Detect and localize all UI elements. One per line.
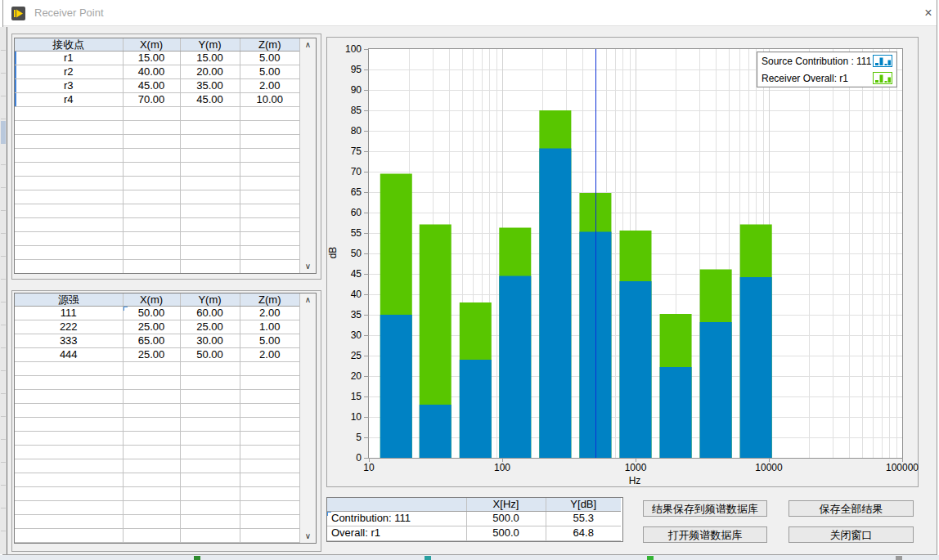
save-to-spectrum-db-button[interactable]: 结果保存到频谱数据库 — [643, 500, 767, 517]
scroll-up-icon[interactable]: ∧ — [300, 38, 316, 52]
table-cell[interactable]: Contribution: 111 — [327, 511, 466, 526]
table-cell — [240, 543, 299, 544]
table-cell — [180, 446, 240, 459]
table-cell — [15, 432, 123, 446]
table-cell — [180, 418, 240, 432]
table-cell[interactable]: 65.00 — [123, 334, 180, 348]
table-cell[interactable]: 222 — [15, 320, 123, 334]
table-cell[interactable]: 25.00 — [123, 320, 180, 334]
table-cell[interactable]: 1.00 — [240, 320, 299, 334]
column-header: Y(m) — [180, 293, 240, 307]
table-row — [15, 218, 299, 232]
y-tick — [364, 151, 369, 152]
table-cell[interactable]: 333 — [15, 334, 123, 348]
table-cell[interactable]: r2 — [15, 65, 123, 79]
table-row — [15, 529, 299, 543]
table-cell[interactable]: r4 — [15, 93, 123, 107]
table-cell — [123, 121, 180, 135]
table-cell — [240, 390, 299, 404]
table-cell[interactable]: r1 — [15, 52, 123, 65]
table-cell[interactable]: 444 — [15, 348, 123, 362]
table-cell — [15, 543, 123, 544]
y-tick — [364, 213, 369, 213]
table-cell[interactable]: 25.00 — [180, 320, 240, 334]
table-cell[interactable]: 70.00 — [123, 93, 180, 107]
scroll-up-icon[interactable]: ∧ — [300, 293, 316, 307]
table-cell[interactable]: 45.00 — [180, 93, 240, 107]
contribution-bar — [740, 277, 772, 458]
column-header: Z(m) — [240, 38, 299, 52]
table-cell — [180, 246, 240, 260]
table-cell — [123, 515, 180, 529]
table-cell[interactable]: 55.3 — [546, 511, 621, 526]
table-cell[interactable]: 64.8 — [546, 526, 621, 540]
table-cell[interactable]: 2.00 — [240, 348, 299, 362]
table-cell[interactable]: 15.00 — [180, 52, 240, 65]
table-cell[interactable]: 35.00 — [180, 79, 240, 93]
bar-plot-icon — [873, 55, 892, 67]
table-cell — [123, 107, 180, 121]
y-tick — [364, 417, 369, 418]
table-row — [15, 149, 299, 163]
table-cell[interactable]: 5.00 — [240, 334, 299, 348]
receiver-table: 接收点X(m)Y(m)Z(m)r115.0015.005.00r240.0020… — [14, 38, 317, 274]
table-cell[interactable]: 40.00 — [123, 65, 180, 79]
x-tick — [502, 458, 503, 462]
table-cell — [123, 149, 180, 163]
table-cell[interactable]: 10.00 — [240, 93, 299, 107]
x-axis-label: Hz — [610, 475, 659, 486]
y-tick-label: 70 — [332, 166, 362, 177]
table-row: r470.0045.0010.00 — [15, 93, 299, 107]
y-tick — [364, 294, 369, 295]
scroll-down-icon[interactable]: ∨ — [300, 530, 316, 543]
table-row — [15, 376, 299, 390]
table-cell[interactable]: 20.00 — [180, 65, 240, 79]
table-cell — [15, 362, 123, 376]
contribution-bar — [660, 367, 692, 458]
table-cell[interactable]: 5.00 — [240, 52, 299, 65]
table-cell[interactable]: 5.00 — [240, 65, 299, 79]
table-cell[interactable]: 500.0 — [466, 511, 546, 526]
table-cell — [240, 177, 299, 190]
table-cell — [123, 473, 180, 487]
table-cell[interactable]: 111 — [15, 307, 123, 320]
legend-item-overall[interactable]: Receiver Overall: r1 — [757, 69, 896, 87]
table-cell — [15, 107, 123, 121]
scroll-down-icon[interactable]: ∨ — [300, 260, 316, 273]
close-window-button[interactable]: 关闭窗口 — [788, 526, 914, 543]
table-cell[interactable]: 25.00 — [123, 348, 180, 362]
table-cell[interactable]: 30.00 — [180, 334, 240, 348]
table-cell — [123, 529, 180, 543]
table-cell[interactable]: 500.0 — [466, 526, 546, 540]
legend-item-contribution[interactable]: Source Contribution : 111 — [757, 52, 896, 69]
table-cell — [240, 446, 299, 459]
table-cell — [180, 218, 240, 232]
x-tick-label: 1000 — [607, 462, 664, 473]
table-cell — [15, 232, 123, 246]
table-cell[interactable]: 2.00 — [240, 307, 299, 320]
table-cell[interactable]: 60.00 — [180, 307, 240, 320]
open-spectrum-db-button[interactable]: 打开频谱数据库 — [643, 526, 767, 543]
table-cell — [15, 446, 123, 459]
y-tick — [364, 335, 369, 336]
table-cell[interactable]: Overall: r1 — [327, 526, 466, 540]
table-cell[interactable]: 45.00 — [123, 79, 180, 93]
table-cell — [15, 218, 123, 232]
save-all-results-button[interactable]: 保存全部结果 — [788, 500, 914, 517]
table-cell[interactable]: 2.00 — [240, 79, 299, 93]
y-tick — [364, 356, 369, 356]
y-tick-label: 60 — [332, 207, 362, 218]
table-row — [15, 362, 299, 376]
table-cell — [15, 190, 123, 204]
vertical-scrollbar[interactable]: ∧∨ — [299, 293, 316, 543]
y-tick-label: 85 — [332, 105, 362, 116]
y-tick — [364, 172, 369, 172]
vertical-scrollbar[interactable]: ∧∨ — [299, 38, 316, 273]
table-cell[interactable]: 50.00 — [180, 348, 240, 362]
table-cell — [180, 121, 240, 135]
table-cell[interactable]: r3 — [15, 79, 123, 93]
table-cell[interactable]: 15.00 — [123, 52, 180, 65]
table-cell — [180, 404, 240, 418]
table-cell[interactable]: 50.00 — [123, 307, 180, 320]
table-cell — [123, 404, 180, 418]
